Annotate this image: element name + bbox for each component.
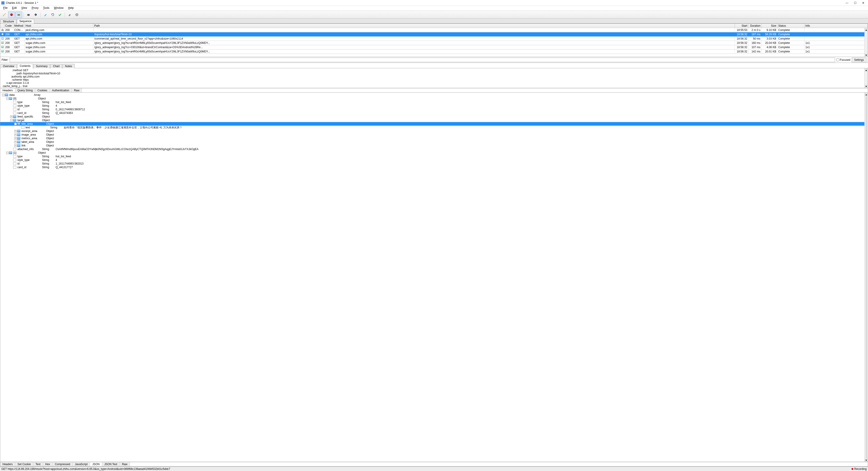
expand-toggle[interactable]: − xyxy=(14,123,17,125)
scroll-up-icon[interactable]: ▴ xyxy=(865,93,868,96)
body-subtab-javascript[interactable]: JavaScript xyxy=(72,462,90,466)
expand-toggle[interactable]: + xyxy=(14,145,17,147)
minimize-button[interactable]: — xyxy=(845,1,849,5)
tree-node[interactable]: −targetObject xyxy=(0,119,868,122)
tree-node[interactable]: +linkObject xyxy=(0,144,868,147)
tree-node[interactable]: style_typeString4 xyxy=(0,104,868,107)
col-start[interactable]: Start xyxy=(735,24,748,28)
tree-node[interactable]: typeStringhot_list_feed xyxy=(0,155,868,158)
body-subtab-json[interactable]: JSON xyxy=(90,462,102,466)
scroll-down-icon[interactable]: ▾ xyxy=(865,458,868,462)
tree-node[interactable]: +image_areaObject xyxy=(0,133,868,136)
expand-toggle[interactable]: − xyxy=(2,94,4,96)
expand-toggle[interactable]: + xyxy=(14,137,17,140)
tree-node[interactable]: attached_infoStringCkAIlNfWmd6IjsosEAMaC… xyxy=(0,147,868,151)
table-row[interactable]: 200GETsugar.zhihu.com/glory_adreaper/glo… xyxy=(0,41,868,45)
col-info[interactable]: Info xyxy=(804,24,868,28)
col-icon[interactable] xyxy=(0,24,4,28)
col-method[interactable]: Method xyxy=(13,24,25,28)
table-row[interactable]: 200GETapi.zhihu.com/commercial_api/real_… xyxy=(0,37,868,41)
tree-node[interactable]: idString0_1611744993.5809712 xyxy=(0,107,868,111)
headers-scrollbar[interactable]: ▴ ▾ xyxy=(864,68,868,88)
repeat-icon[interactable] xyxy=(49,11,56,18)
menu-view[interactable]: View xyxy=(19,6,29,11)
tree-node[interactable]: typeStringhot_list_feed xyxy=(0,100,868,104)
maximize-button[interactable]: ☐ xyxy=(853,1,857,5)
filter-settings-button[interactable]: Settings xyxy=(852,58,866,62)
col-code[interactable]: Code xyxy=(4,24,13,28)
table-scrollbar[interactable]: ▴ ▾ xyxy=(864,28,868,57)
col-status[interactable]: Status xyxy=(777,24,804,28)
menu-edit[interactable]: Edit xyxy=(10,6,19,11)
close-button[interactable]: ✕ xyxy=(861,1,865,5)
col-duration[interactable]: Duration xyxy=(748,24,762,28)
menu-tools[interactable]: Tools xyxy=(41,6,52,11)
col-host[interactable]: Host xyxy=(25,24,93,28)
subtab-cookies[interactable]: Cookies xyxy=(35,88,50,92)
tab-structure[interactable]: Structure xyxy=(0,19,17,24)
expand-toggle[interactable]: − xyxy=(10,119,13,122)
filter-input[interactable] xyxy=(10,58,835,62)
tree-node[interactable]: +metrics_areaObject xyxy=(0,136,868,140)
expand-toggle[interactable]: + xyxy=(14,130,17,132)
col-path[interactable]: Path xyxy=(93,24,735,28)
tree-node[interactable]: −[1]Object xyxy=(0,151,868,155)
tree-node[interactable]: −title_areaObject xyxy=(0,122,868,126)
detail-tab-overview[interactable]: Overview xyxy=(0,64,17,68)
tree-node[interactable]: +label_areaObject xyxy=(0,140,868,144)
expand-toggle[interactable]: + xyxy=(14,133,17,136)
col-size[interactable]: Size xyxy=(762,24,777,28)
tree-node[interactable]: +feed_specificObject xyxy=(0,115,868,119)
table-row[interactable]: 200GETsugar.zhihu.com/glory_adreaper/glo… xyxy=(0,45,868,50)
subtab-raw[interactable]: Raw xyxy=(72,88,82,92)
tree-node[interactable]: style_typeString4 xyxy=(0,158,868,162)
tree-node[interactable]: idString1_1611744993.582013 xyxy=(0,162,868,165)
scroll-down-icon[interactable]: ▾ xyxy=(865,53,868,57)
body-subtab-headers[interactable]: Headers xyxy=(0,462,15,466)
tools-icon[interactable] xyxy=(66,11,73,18)
check-icon[interactable] xyxy=(57,11,63,18)
expand-toggle[interactable]: + xyxy=(14,141,17,143)
menu-window[interactable]: Window xyxy=(52,6,66,11)
tab-sequence[interactable]: Sequence xyxy=(17,19,34,24)
detail-tab-summary[interactable]: Summary xyxy=(33,64,50,68)
scroll-up-icon[interactable]: ▴ xyxy=(865,68,868,72)
tree-node[interactable]: −dataArray xyxy=(0,93,868,97)
tree-node[interactable]: card_idStringQ_441074363 xyxy=(0,111,868,115)
table-row[interactable]: 200GETsugar.zhihu.com/glory_adreaper/glo… xyxy=(0,50,868,54)
body-subtab-hex[interactable]: Hex xyxy=(43,462,53,466)
tree-scrollbar[interactable]: ▴ ▾ xyxy=(864,93,868,462)
expand-toggle[interactable]: − xyxy=(6,97,8,100)
breakpoints-icon[interactable] xyxy=(32,11,39,18)
subtab-query-string[interactable]: Query String xyxy=(15,88,35,92)
body-subtab-json-text[interactable]: JSON Text xyxy=(102,462,120,466)
body-subtab-compressed[interactable]: Compressed xyxy=(53,462,72,466)
turtle-icon[interactable] xyxy=(25,11,32,18)
settings-icon[interactable] xyxy=(73,11,80,18)
detail-tab-chart[interactable]: Chart xyxy=(51,64,62,68)
tree-node[interactable]: +excerpt_areaObject xyxy=(0,129,868,133)
body-subtab-raw[interactable]: Raw xyxy=(120,462,130,466)
scrollbar-thumb[interactable] xyxy=(866,96,866,458)
menu-help[interactable]: Help xyxy=(66,6,76,11)
menu-proxy[interactable]: Proxy xyxy=(29,6,41,11)
tree-node[interactable]: −[0]Object xyxy=(0,97,868,100)
subtab-headers[interactable]: Headers xyxy=(0,88,15,92)
tree-node[interactable]: card_idStringQ_441317727 xyxy=(0,165,868,169)
detail-tab-contents[interactable]: Contents xyxy=(17,64,33,68)
scroll-up-icon[interactable]: ▴ xyxy=(865,28,868,31)
throttle-button[interactable] xyxy=(16,11,22,18)
broom-icon[interactable] xyxy=(1,11,8,18)
body-subtab-set-cookie[interactable]: Set Cookie xyxy=(15,462,33,466)
table-row[interactable]: 200CONNECTpic4.zhimg.com18:55:532 m 0 s9… xyxy=(0,28,868,32)
focused-checkbox-label[interactable]: Focused xyxy=(836,58,850,61)
scroll-down-icon[interactable]: ▾ xyxy=(865,85,868,88)
subtab-authentication[interactable]: Authentication xyxy=(50,88,72,92)
table-row[interactable]: 200GETapi.zhihu.com/topstory/hot-lists/t… xyxy=(0,32,868,37)
expand-toggle[interactable]: − xyxy=(6,152,8,154)
body-subtab-text[interactable]: Text xyxy=(33,462,43,466)
tree-node[interactable]: textString如何看待「现实版樊胜美」事件：少女遇钱塘江涨潮意外去世，父母… xyxy=(0,126,868,129)
menu-file[interactable]: File xyxy=(1,6,10,11)
detail-tab-notes[interactable]: Notes xyxy=(63,64,74,68)
expand-toggle[interactable]: + xyxy=(10,116,13,118)
